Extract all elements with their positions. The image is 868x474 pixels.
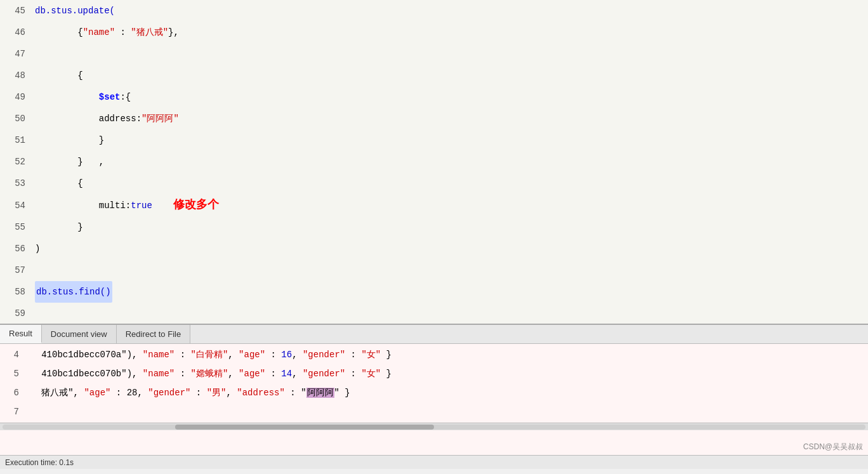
code-line-54: 54 multi:true 修改多个 bbox=[0, 194, 868, 216]
result-line-num-7: 7 bbox=[0, 402, 25, 421]
result-line-num-5: 5 bbox=[0, 364, 25, 383]
line-num-48: 48 bbox=[0, 65, 32, 86]
results-panel: 4 410bc1dbecc070a"), "name" : "白骨精", "ag… bbox=[0, 344, 868, 455]
tabs-container: Result Document view Redirect to File bbox=[0, 324, 868, 344]
tab-document-view-label: Document view bbox=[51, 329, 107, 339]
code-line-45: 45 db.stus.update( bbox=[0, 0, 868, 22]
line-num-56: 56 bbox=[0, 238, 32, 260]
line-content-56: ) bbox=[32, 238, 868, 260]
line-content-54: multi:true 修改多个 bbox=[32, 194, 868, 216]
line-content-53: { bbox=[32, 173, 868, 194]
line-content-48: { bbox=[32, 65, 868, 86]
code-line-46: 46 {"name" : "猪八戒"}, bbox=[0, 22, 868, 43]
watermark: CSDN@吴吴叔叔 bbox=[803, 442, 863, 452]
code-line-51: 51 } bbox=[0, 129, 868, 151]
result-line-num-4: 4 bbox=[0, 345, 25, 364]
code-line-59: 59 bbox=[0, 303, 868, 324]
status-bar: Execution time: 0.1s bbox=[0, 455, 868, 469]
line-num-57: 57 bbox=[0, 260, 32, 281]
line-content-58: db.stus.find() bbox=[32, 281, 868, 303]
tab-redirect-to-file[interactable]: Redirect to File bbox=[117, 325, 190, 343]
result-line-5: 5 410bc1dbecc070b"), "name" : "嫦蛾精", "ag… bbox=[0, 364, 868, 383]
line-content-50: address:"阿阿阿" bbox=[32, 108, 868, 129]
line-num-45: 45 bbox=[0, 0, 32, 22]
line-num-47: 47 bbox=[0, 43, 32, 65]
code-line-50: 50 address:"阿阿阿" bbox=[0, 108, 868, 129]
code-line-48: 48 { bbox=[0, 65, 868, 86]
code-line-49: 49 $set:{ bbox=[0, 86, 868, 108]
code-line-55: 55 } bbox=[0, 216, 868, 238]
result-line-4: 4 410bc1dbecc070a"), "name" : "白骨精", "ag… bbox=[0, 345, 868, 364]
result-lines: 4 410bc1dbecc070a"), "name" : "白骨精", "ag… bbox=[0, 344, 868, 423]
result-line-content-4: 410bc1dbecc070a"), "name" : "白骨精", "age"… bbox=[25, 345, 868, 364]
result-line-content-5: 410bc1dbecc070b"), "name" : "嫦蛾精", "age"… bbox=[25, 364, 868, 383]
line-num-49: 49 bbox=[0, 86, 32, 108]
code-line-47: 47 bbox=[0, 43, 868, 65]
code-line-58: 58 db.stus.find() bbox=[0, 281, 868, 303]
line-num-50: 50 bbox=[0, 108, 32, 129]
result-line-7: 7 bbox=[0, 402, 868, 421]
code-line-52: 52 } , bbox=[0, 151, 868, 173]
result-line-num-6: 6 bbox=[0, 383, 25, 402]
line-content-45: db.stus.update( bbox=[32, 0, 868, 22]
tab-result[interactable]: Result bbox=[0, 325, 42, 343]
code-editor: 45 db.stus.update( 46 {"name" : "猪八戒"}, … bbox=[0, 0, 868, 324]
line-num-51: 51 bbox=[0, 129, 32, 151]
line-content-51: } bbox=[32, 129, 868, 151]
tab-redirect-to-file-label: Redirect to File bbox=[126, 329, 181, 339]
line-content-49: $set:{ bbox=[32, 86, 868, 108]
line-content-46: {"name" : "猪八戒"}, bbox=[32, 22, 868, 43]
line-num-46: 46 bbox=[0, 22, 32, 43]
line-num-58: 58 bbox=[0, 281, 32, 303]
scrollbar-track[interactable] bbox=[3, 425, 865, 430]
line-num-59: 59 bbox=[0, 303, 32, 324]
code-line-53: 53 { bbox=[0, 173, 868, 194]
line-content-55: } bbox=[32, 216, 868, 238]
code-line-57: 57 bbox=[0, 260, 868, 281]
tab-result-label: Result bbox=[9, 329, 32, 338]
tab-document-view[interactable]: Document view bbox=[42, 325, 117, 343]
line-num-53: 53 bbox=[0, 173, 32, 194]
code-lines: 45 db.stus.update( 46 {"name" : "猪八戒"}, … bbox=[0, 0, 868, 324]
scrollbar-thumb[interactable] bbox=[175, 425, 434, 430]
result-line-6: 6 猪八戒", "age" : 28, "gender" : "男", "add… bbox=[0, 383, 868, 402]
line-num-55: 55 bbox=[0, 216, 32, 238]
line-num-54: 54 bbox=[0, 195, 32, 216]
horizontal-scrollbar[interactable] bbox=[0, 423, 868, 430]
code-line-56: 56 ) bbox=[0, 238, 868, 260]
line-num-52: 52 bbox=[0, 151, 32, 173]
line-content-52: } , bbox=[32, 151, 868, 173]
execution-time: Execution time: 0.1s bbox=[5, 458, 74, 467]
result-line-content-6: 猪八戒", "age" : 28, "gender" : "男", "addre… bbox=[25, 383, 868, 402]
